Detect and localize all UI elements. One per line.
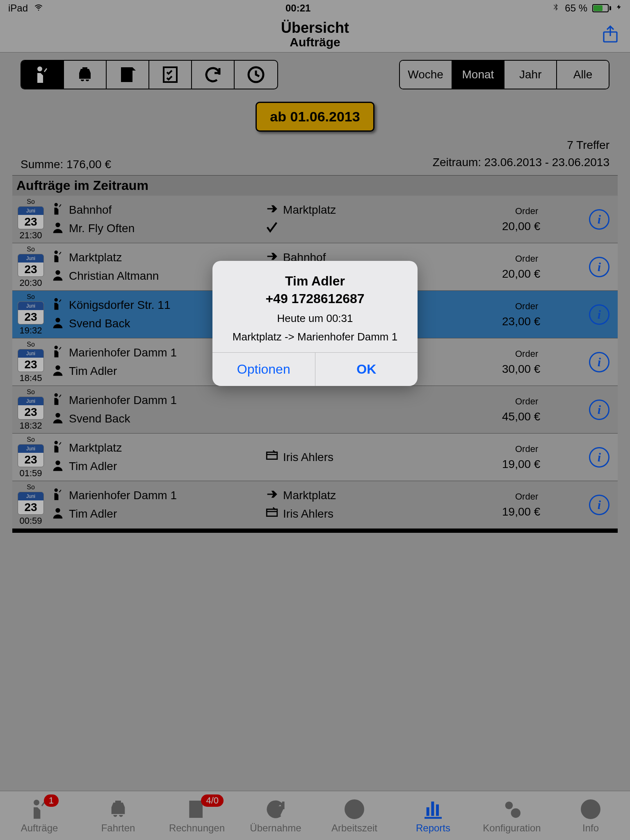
wifi-icon [33,2,44,14]
date-from-pill[interactable]: ab 01.06.2013 [256,102,374,132]
info-button[interactable]: i [589,447,609,468]
section-header: Aufträge im Zeitraum [12,175,618,196]
person-icon [51,363,65,380]
tab-label: Reports [416,822,450,834]
calendar-icon: Juni23 [18,349,44,372]
info-button[interactable]: i [589,399,609,420]
contact-alert: Tim Adler +49 1728612687 Heute um 00:31 … [212,261,418,386]
tab-info[interactable]: Info [556,798,625,834]
tab-auftraege[interactable]: 1 Aufträge [5,798,74,834]
tab-fahrten[interactable]: Fahrten [83,798,153,834]
to-line: Marktplatz [265,487,499,504]
svg-rect-18 [267,452,277,459]
customer-line: Tim Adler [51,506,263,523]
order-row[interactable]: So Juni23 00:59 Marienhofer Damm 1 Tim A… [12,481,618,529]
svg-point-25 [511,808,520,817]
alert-options-button[interactable]: Optionen [212,353,315,386]
battery-icon [592,4,611,12]
segment-month[interactable]: Monat [452,61,505,89]
page-subtitle: Aufträge [281,36,349,49]
person-icon [51,458,65,475]
svg-point-20 [55,508,60,512]
passenger-icon [51,345,65,361]
driver-line: Iris Ahlers [265,506,499,523]
svg-point-22 [34,799,39,805]
filter-checklist-button[interactable] [149,61,192,89]
info-button[interactable]: i [589,495,609,515]
svg-point-1 [37,66,42,71]
person-icon [51,220,65,237]
tab-label: Rechnungen [169,822,225,834]
tab-bar: 1 Aufträge Fahrten 4/0 Rechnungen Überna… [0,791,630,840]
svg-point-7 [55,270,60,274]
filter-passenger-button[interactable] [21,61,64,89]
svg-point-10 [55,317,60,322]
svg-point-4 [55,203,58,206]
page-title: Übersicht [281,20,349,36]
from-line: Bahnhof [51,202,263,219]
segment-all[interactable]: Alle [557,61,609,89]
alert-name: Tim Adler [222,272,408,290]
order-row[interactable]: So Juni23 21:30 Bahnhof Mr. Fly Often Ma… [12,196,618,243]
svg-point-19 [55,488,58,492]
tab-label: Konfiguration [483,822,541,834]
svg-point-5 [55,222,60,227]
date-cell: So Juni23 01:59 [12,434,49,481]
order-row[interactable]: So Juni23 01:59 Marktplatz Tim Adler Iri… [12,434,618,481]
passenger-icon [51,202,65,219]
tab-konfiguration[interactable]: Konfiguration [477,798,547,834]
tab-rechnungen[interactable]: 4/0 Rechnungen [162,798,232,834]
info-button[interactable]: i [589,209,609,230]
range-label: Zeitraum: 23.06.2013 - 23.06.2013 [433,154,609,171]
card-icon [265,449,279,466]
bluetooth-icon [552,2,560,14]
svg-point-16 [55,441,58,444]
date-cell: So Juni23 21:30 [12,196,49,243]
share-button[interactable] [600,24,620,47]
svg-point-17 [55,460,60,465]
svg-point-6 [55,250,58,254]
info-button[interactable]: i [589,352,609,372]
tab-label: Fahrten [101,822,135,834]
filter-invoice-button[interactable] [107,61,149,89]
rechnungen-badge: 4/0 [201,794,224,807]
order-row[interactable]: So Juni23 18:32 Marienhofer Damm 1 Svend… [12,386,618,434]
price-cell: Order 20,00 € [499,243,581,290]
arrow-right-icon [265,202,279,219]
status-bar: iPad 00:21 65 % [0,0,630,16]
svg-point-14 [55,393,58,397]
person-icon [51,411,65,427]
calendar-icon: Juni23 [18,301,44,324]
price-cell: Order 23,00 € [499,291,581,338]
filter-taxi-button[interactable] [64,61,107,89]
driver-line: Iris Ahlers [265,449,499,466]
date-cell: So Juni23 18:45 [12,338,49,386]
date-cell: So Juni23 00:59 [12,481,49,528]
customer-line: Svend Back [51,411,263,427]
tab-reports[interactable]: Reports [398,798,468,834]
info-button[interactable]: i [589,257,609,277]
person-icon [51,506,65,523]
to-line: Marktplatz [265,202,499,219]
tab-label: Aufträge [21,822,58,834]
hits-label: 7 Treffer [433,137,609,154]
svg-point-12 [55,345,58,349]
info-button[interactable]: i [589,304,609,325]
filter-sync-button[interactable] [192,61,235,89]
svg-point-9 [55,298,58,301]
date-cell: So Juni23 18:32 [12,386,49,433]
passenger-icon [51,249,65,266]
svg-point-24 [505,801,513,809]
calendar-icon: Juni23 [18,254,44,277]
svg-point-27 [590,804,592,806]
person-icon [51,315,65,332]
tab-arbeitszeit[interactable]: Arbeitszeit [320,798,389,834]
segment-year[interactable]: Jahr [504,61,557,89]
segment-week[interactable]: Woche [400,61,452,89]
alert-ok-button[interactable]: OK [315,353,418,386]
alert-phone: +49 1728612687 [222,290,408,308]
arrow-right-icon [265,487,279,504]
tab-uebernahme[interactable]: Übernahme [241,798,310,834]
svg-rect-21 [267,509,277,516]
filter-clock-button[interactable] [235,61,277,89]
